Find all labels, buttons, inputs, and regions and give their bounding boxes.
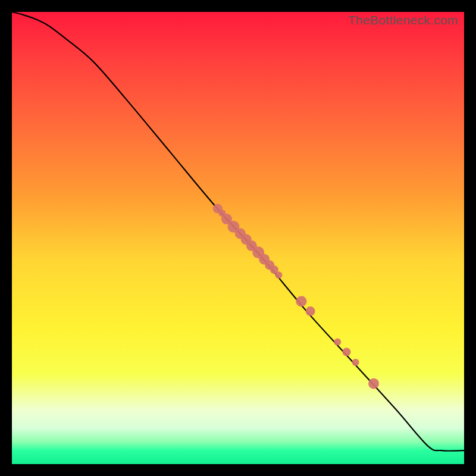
data-point-marker	[368, 378, 379, 389]
plot-area: TheBottleneck.com	[12, 12, 464, 464]
data-point-marker	[306, 306, 315, 316]
data-point-marker	[334, 339, 341, 346]
scatter-markers	[213, 204, 379, 389]
chart-frame: TheBottleneck.com	[0, 0, 476, 476]
data-point-marker	[342, 348, 350, 356]
data-point-marker	[275, 271, 282, 278]
data-point-marker	[352, 359, 359, 366]
data-point-marker	[296, 296, 306, 306]
chart-svg	[12, 12, 464, 464]
